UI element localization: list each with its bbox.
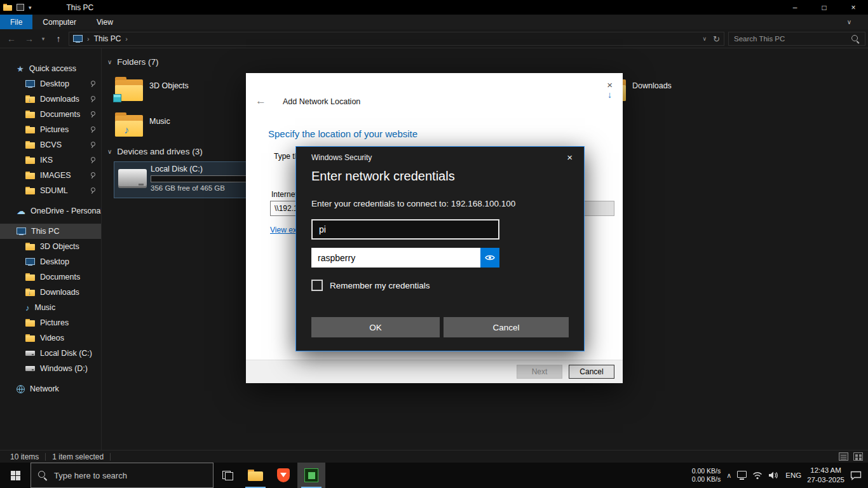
sidebar-item-pictures[interactable]: Pictures (0, 315, 101, 330)
minimize-button[interactable]: – (780, 0, 810, 15)
wizard-cancel-button[interactable]: Cancel (569, 365, 614, 379)
wizard-back-icon[interactable]: ← (255, 95, 266, 107)
task-view-button[interactable] (214, 463, 241, 488)
search-icon[interactable] (851, 34, 860, 43)
sidebar-item-windows-d[interactable]: Windows (D:) (0, 361, 101, 376)
sidebar-item-videos[interactable]: Videos (0, 330, 101, 346)
network-speed-widget[interactable]: 0.00 KB/s 0.00 KB/s (692, 467, 721, 484)
search-icon (37, 470, 48, 480)
wifi-icon[interactable] (752, 471, 763, 480)
ribbon-collapse-icon[interactable]: ∨ (847, 15, 851, 29)
sidebar-item-label: IMAGES (40, 171, 71, 180)
refresh-icon[interactable]: ↻ (713, 34, 720, 44)
drive-free-space: 356 GB free of 465 GB (151, 184, 250, 192)
sidebar-item-3d-objects[interactable]: 3D Objects (0, 239, 101, 254)
language-indicator[interactable]: ENG (785, 471, 801, 479)
folder-icon (25, 111, 35, 118)
notifications-icon[interactable] (850, 471, 862, 480)
maximize-button[interactable]: □ (810, 0, 839, 15)
taskbar-brave[interactable] (269, 463, 297, 488)
address-dropdown-icon[interactable]: ∨ (703, 36, 707, 42)
section-title: Folders (7) (117, 57, 158, 67)
password-reveal-button[interactable] (480, 248, 499, 268)
volume-icon[interactable] (768, 471, 780, 480)
star-icon: ★ (17, 65, 24, 73)
folder-name: 3D Objects (149, 76, 189, 101)
sidebar-item-label: Pictures (40, 125, 69, 134)
hidden-icons-chevron-icon[interactable]: ∧ (726, 471, 731, 480)
ok-button[interactable]: OK (311, 317, 440, 337)
section-devices[interactable]: ∨ Devices and drives (3) (107, 147, 203, 156)
downloads-folder-icon: ↓ (25, 95, 35, 103)
music-note-icon: ♪ (25, 304, 30, 312)
quick-access-toolbar-icon[interactable] (17, 4, 24, 11)
file-explorer-icon (248, 470, 263, 481)
sidebar-item-this-pc[interactable]: This PC (0, 224, 101, 239)
security-close-icon[interactable]: × (567, 152, 573, 163)
sidebar-item-images[interactable]: IMAGES (0, 168, 101, 183)
folder-icon (25, 126, 35, 133)
security-cancel-button[interactable]: Cancel (444, 317, 569, 337)
history-dropdown-icon[interactable]: ▾ (38, 29, 48, 48)
wizard-close-icon[interactable]: × (607, 79, 613, 90)
section-folders[interactable]: ∨ Folders (7) (107, 57, 159, 67)
sidebar-item-iks[interactable]: IKS (0, 152, 101, 168)
folder-icon (25, 156, 35, 164)
sidebar-item-desktop[interactable]: Desktop (0, 254, 101, 269)
forward-button[interactable]: → (22, 29, 37, 48)
address-bar[interactable]: › This PC › ∨ ↻ (69, 32, 724, 46)
sidebar-item-network[interactable]: Network (0, 381, 101, 396)
ethernet-icon[interactable] (737, 471, 747, 478)
sidebar-item-pictures-pinned[interactable]: Pictures (0, 122, 101, 137)
drive-tile-local-disk-c[interactable]: Local Disk (C:) 356 GB free of 465 GB (114, 161, 255, 198)
sidebar-item-documents-pinned[interactable]: Documents (0, 107, 101, 122)
sidebar-item-local-disk-c[interactable]: Local Disk (C:) (0, 346, 101, 361)
view-examples-link[interactable]: View ex (270, 226, 297, 234)
taskbar-clock[interactable]: 12:43 AM 27-03-2025 (807, 466, 844, 485)
folder-name: Music (149, 112, 170, 137)
qat-dropdown-icon[interactable]: ▾ (29, 4, 32, 11)
sidebar-item-music[interactable]: ♪ Music (0, 300, 101, 315)
sidebar-item-label: Pictures (40, 318, 69, 327)
username-input[interactable] (311, 219, 499, 240)
breadcrumb[interactable]: This PC (94, 34, 121, 43)
tab-computer[interactable]: Computer (32, 15, 86, 29)
taskbar-search[interactable]: Type here to search (31, 463, 214, 488)
start-button[interactable] (0, 463, 31, 488)
remember-credentials-row[interactable]: Remember my credentials (311, 280, 430, 291)
breadcrumb-chevron-icon[interactable]: › (125, 35, 128, 43)
sidebar-item-label: Quick access (29, 64, 76, 73)
sidebar-item-bcvs[interactable]: BCVS (0, 137, 101, 152)
taskbar-active-app[interactable] (297, 463, 325, 488)
wizard-heading: Specify the location of your website (268, 128, 417, 139)
sidebar-item-downloads[interactable]: ↓ Downloads (0, 285, 101, 300)
tab-view[interactable]: View (86, 15, 123, 29)
section-title: Devices and drives (3) (117, 147, 202, 156)
remember-credentials-checkbox[interactable] (311, 280, 323, 291)
brave-icon (277, 468, 290, 482)
up-button[interactable]: ↑ (51, 29, 66, 48)
collapse-chevron-icon[interactable]: ∨ (107, 148, 112, 155)
sidebar-item-documents[interactable]: Documents (0, 269, 101, 285)
tab-file[interactable]: File (0, 15, 32, 29)
folder-icon (25, 172, 35, 179)
disk-icon (25, 365, 35, 372)
back-button[interactable]: ← (4, 29, 19, 48)
security-message: Enter your credentials to connect to: 19… (311, 199, 515, 208)
close-button[interactable]: × (839, 0, 868, 15)
sidebar-item-label: Documents (40, 110, 80, 119)
sidebar-item-quick-access[interactable]: ★ Quick access (0, 61, 101, 76)
search-box[interactable]: Search This PC (728, 32, 865, 46)
3d-objects-folder-icon (115, 79, 143, 101)
large-icons-view-icon[interactable] (853, 452, 863, 461)
sidebar-item-desktop-pinned[interactable]: Desktop (0, 76, 101, 92)
sidebar-item-label: Desktop (40, 257, 69, 266)
sidebar-item-downloads-pinned[interactable]: ↓ Downloads (0, 92, 101, 107)
collapse-chevron-icon[interactable]: ∨ (107, 58, 112, 65)
sidebar-item-onedrive[interactable]: ☁ OneDrive - Personal (0, 203, 101, 219)
taskbar-file-explorer[interactable] (241, 463, 269, 488)
details-view-icon[interactable] (839, 452, 848, 461)
next-button[interactable]: Next (517, 365, 562, 379)
password-input[interactable] (311, 248, 499, 268)
sidebar-item-sduml[interactable]: SDUML (0, 183, 101, 198)
